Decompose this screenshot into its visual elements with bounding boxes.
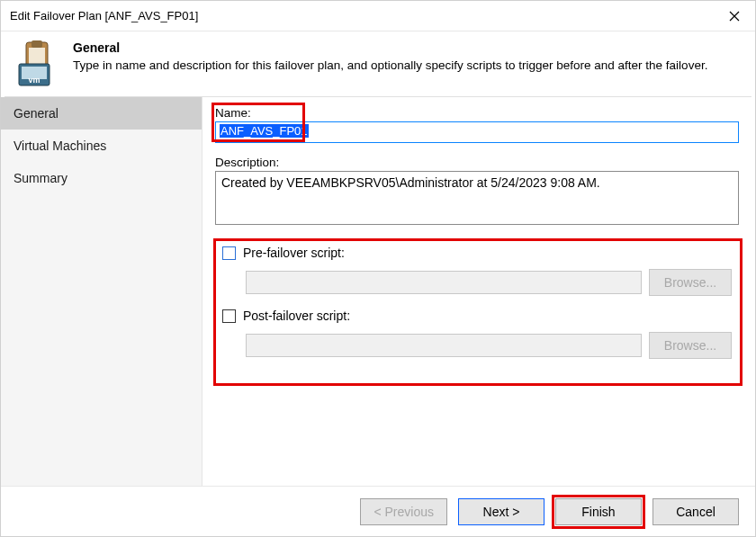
titlebar: Edit Failover Plan [ANF_AVS_FP01]	[1, 1, 755, 31]
sidebar-item-virtual-machines[interactable]: Virtual Machines	[1, 130, 202, 162]
sidebar-item-summary[interactable]: Summary	[1, 162, 202, 194]
name-field-wrap: Name: ANF_AVS_FP01	[215, 106, 739, 143]
pre-script-browse-button[interactable]: Browse...	[649, 269, 732, 296]
post-script-label: Post-failover script:	[243, 309, 350, 323]
content: Name: ANF_AVS_FP01 Description: Pre-fail…	[202, 97, 755, 486]
name-input[interactable]: ANF_AVS_FP01	[215, 121, 739, 143]
pre-script-block: Pre-failover script: Browse...	[222, 246, 732, 296]
next-button[interactable]: Next >	[458, 498, 544, 525]
failover-plan-window: Edit Failover Plan [ANF_AVS_FP01] vm Gen…	[0, 0, 756, 537]
header-heading: General	[73, 40, 744, 55]
pre-script-label: Pre-failover script:	[243, 246, 345, 260]
window-title: Edit Failover Plan [ANF_AVS_FP01]	[10, 9, 198, 22]
plan-icon: vm	[14, 40, 62, 89]
svg-text:vm: vm	[28, 76, 40, 85]
header: vm General Type in name and description …	[1, 31, 755, 96]
description-label: Description:	[215, 156, 739, 169]
header-text: General Type in name and description for…	[73, 40, 744, 89]
post-script-checkbox[interactable]	[222, 309, 236, 323]
post-script-browse-button[interactable]: Browse...	[649, 332, 732, 359]
pre-script-checkbox-row: Pre-failover script:	[222, 246, 732, 260]
body: General Virtual Machines Summary Name: A…	[1, 97, 755, 486]
svg-rect-1	[32, 40, 42, 48]
description-textarea[interactable]	[215, 171, 739, 225]
name-label: Name:	[215, 106, 739, 120]
header-subheading: Type in name and description for this fa…	[73, 58, 744, 72]
pre-script-checkbox[interactable]	[222, 246, 236, 260]
post-script-path-input[interactable]	[246, 334, 642, 357]
sidebar: General Virtual Machines Summary	[1, 97, 202, 486]
finish-button[interactable]: Finish	[555, 498, 642, 525]
sidebar-item-general[interactable]: General	[1, 97, 202, 130]
post-script-checkbox-row: Post-failover script:	[222, 309, 732, 323]
cancel-button[interactable]: Cancel	[652, 498, 739, 525]
name-input-value: ANF_AVS_FP01	[220, 124, 309, 138]
pre-script-path-input[interactable]	[246, 271, 642, 294]
post-script-block: Post-failover script: Browse...	[222, 309, 732, 359]
close-icon	[729, 11, 740, 22]
close-button[interactable]	[714, 1, 755, 31]
footer: < Previous Next > Finish Cancel	[1, 486, 755, 536]
previous-button[interactable]: < Previous	[360, 498, 447, 525]
scripts-group: Pre-failover script: Browse... Post-fail…	[215, 240, 739, 384]
